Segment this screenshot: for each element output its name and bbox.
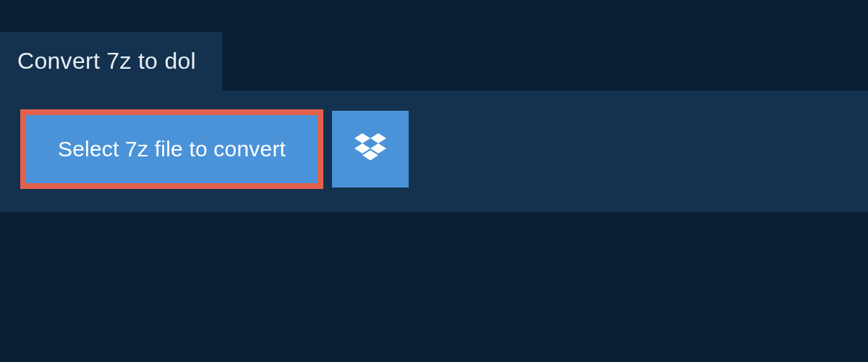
dropbox-button[interactable]: [332, 111, 409, 188]
upload-panel: Select 7z file to convert: [0, 90, 868, 212]
page-tab-header: Convert 7z to dol: [0, 32, 222, 90]
select-file-button[interactable]: Select 7z file to convert: [20, 109, 323, 189]
page-title: Convert 7z to dol: [17, 48, 196, 74]
select-file-button-label: Select 7z file to convert: [58, 137, 286, 161]
dropbox-icon: [354, 133, 386, 165]
